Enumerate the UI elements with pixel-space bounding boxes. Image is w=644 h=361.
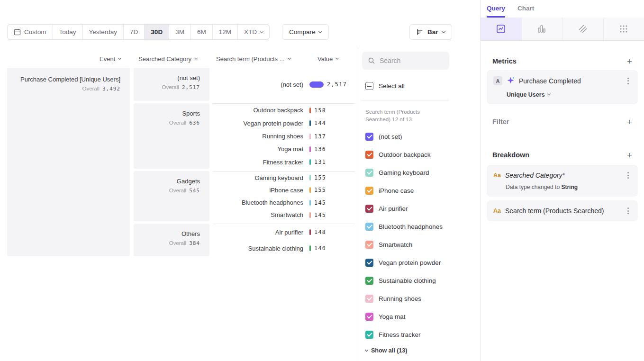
category-cell-gadgets[interactable]: Gadgets Overall545 [134, 171, 209, 221]
series-checkbox[interactable] [365, 331, 373, 339]
kebab-menu-icon[interactable] [625, 207, 631, 215]
series-checkbox[interactable] [365, 169, 373, 177]
tab-segmentation[interactable] [604, 18, 644, 40]
series-checkbox[interactable] [365, 277, 373, 285]
compare-button[interactable]: Compare [282, 24, 329, 40]
legend-item[interactable]: (not set) [365, 127, 474, 145]
series-checkbox[interactable] [365, 187, 373, 195]
table-row[interactable]: Air purifier 148 [213, 224, 355, 240]
metrics-header: Metrics + [487, 57, 638, 65]
range-12m[interactable]: 12M [213, 25, 238, 39]
range-3m[interactable]: 3M [169, 25, 191, 39]
range-xtd[interactable]: XTD [238, 25, 269, 39]
legend-item[interactable]: Outdoor backpack [365, 145, 474, 163]
table-row[interactable]: Sustainable clothing 140 [213, 240, 355, 256]
show-all-link[interactable]: Show all (13) [365, 347, 407, 354]
breakdown-card-search-term[interactable]: Aa Search term (Products Searched) [487, 200, 638, 221]
series-checkbox[interactable] [365, 223, 373, 231]
custom-date-button[interactable]: Custom [8, 25, 53, 39]
series-checkbox[interactable] [365, 205, 373, 213]
range-30d-active[interactable]: 30D [145, 25, 169, 39]
category-cell-sports[interactable]: Sports Overall636 [134, 103, 209, 169]
value-bar [309, 187, 311, 193]
table-row[interactable]: Yoga mat 136 [213, 143, 355, 155]
value-bar [309, 175, 311, 180]
table-row[interactable]: Fitness tracker 131 [213, 156, 355, 169]
series-checkbox[interactable] [365, 151, 373, 159]
horizontal-bars-icon [417, 28, 424, 36]
chevron-down-icon [441, 29, 445, 33]
range-yesterday[interactable]: Yesterday [83, 25, 124, 39]
legend-item[interactable]: Smartwatch [365, 235, 474, 253]
bar-chart-icon [537, 24, 546, 34]
breakdown-card-searched-category[interactable]: Aa Searched Category* Data type changed … [487, 165, 638, 197]
analytics-app: Custom Today Yesterday 7D 30D 3M 6M 12M … [0, 0, 644, 361]
tab-retention[interactable] [562, 18, 604, 40]
chevron-down-icon [336, 56, 339, 60]
legend-item[interactable]: iPhone case [365, 181, 474, 199]
range-6m[interactable]: 6M [191, 25, 213, 39]
legend-item[interactable]: Bluetooth headphones [365, 217, 474, 235]
table-row[interactable]: Outdoor backpack 158 [213, 104, 355, 117]
event-cell[interactable]: Purchase Completed [Unique Users] Overal… [7, 68, 130, 256]
table-row[interactable]: Smartwatch 145 [213, 209, 355, 221]
chevron-down-icon [194, 56, 198, 60]
table-row[interactable]: Vegan protein powder 144 [213, 117, 355, 129]
column-header-value[interactable]: Value [317, 55, 338, 63]
legend-item[interactable]: Gaming keyboard [365, 163, 474, 181]
legend-item[interactable]: Running shoes [365, 289, 474, 307]
kebab-menu-icon[interactable] [625, 77, 631, 85]
tab-query[interactable]: Query [487, 5, 505, 18]
aggregation-dropdown[interactable]: Unique Users [493, 91, 631, 98]
add-metric-button[interactable]: + [627, 57, 632, 66]
legend-item[interactable]: Fitness tracker [365, 325, 474, 343]
legend-item[interactable]: Air purifier [365, 199, 474, 217]
series-checkbox[interactable] [365, 259, 373, 267]
series-checkbox[interactable] [365, 295, 373, 303]
series-checkbox[interactable] [365, 133, 373, 141]
value-bar [309, 200, 311, 206]
chevron-down-icon [547, 92, 551, 95]
select-all-checkbox[interactable] [365, 82, 373, 90]
table-row[interactable]: Gaming keyboard 155 [213, 171, 355, 184]
legend-item[interactable]: Vegan protein powder [365, 253, 474, 271]
column-header-search-term[interactable]: Search term (Products ... [216, 55, 290, 63]
column-header-event[interactable]: Event [100, 55, 121, 63]
event-sparkle-icon [507, 77, 515, 85]
chevron-down-icon [365, 348, 368, 351]
series-checkbox[interactable] [365, 241, 373, 249]
category-cell-not-set[interactable]: (not set) Overall2,517 [134, 68, 209, 101]
rows-group-gadgets: Gaming keyboard 155 iPhone case 155 Blue… [213, 171, 355, 221]
table-row[interactable]: Bluetooth headphones 145 [213, 197, 355, 209]
tab-funnels[interactable] [522, 18, 563, 40]
event-overall: Overall 3,492 [7, 86, 120, 92]
series-checkbox[interactable] [365, 313, 373, 321]
legend-item[interactable]: Yoga mat [365, 307, 474, 325]
custom-label: Custom [24, 28, 46, 36]
value-bar [309, 159, 311, 165]
search-input[interactable] [380, 57, 441, 64]
column-header-searched-category[interactable]: Searched Category [138, 55, 197, 63]
table-row[interactable]: (not set) 2,517 [213, 68, 355, 101]
add-filter-button[interactable]: + [627, 117, 632, 126]
dots-grid-icon [619, 24, 628, 34]
category-cell-others[interactable]: Others Overall384 [134, 224, 209, 256]
select-all-row[interactable]: Select all [365, 82, 405, 90]
metric-name: Purchase Completed [519, 77, 581, 85]
legend-item[interactable]: Sustainable clothing [365, 271, 474, 289]
kebab-menu-icon[interactable] [625, 171, 631, 180]
table-row[interactable]: Running shoes 137 [213, 130, 355, 143]
value-bar [309, 81, 324, 88]
metric-card[interactable]: A Purchase Completed Unique Users [487, 70, 638, 104]
legend-search[interactable] [362, 52, 449, 70]
calendar-icon [14, 28, 21, 36]
filter-header: Filter + [487, 117, 638, 126]
divider [362, 100, 449, 100]
tab-insights[interactable] [481, 18, 522, 40]
add-breakdown-button[interactable]: + [627, 151, 632, 160]
table-row[interactable]: iPhone case 155 [213, 184, 355, 196]
range-today[interactable]: Today [53, 25, 83, 39]
tab-chart[interactable]: Chart [517, 5, 534, 18]
chart-type-button[interactable]: Bar [409, 24, 452, 40]
range-7d[interactable]: 7D [124, 25, 145, 39]
